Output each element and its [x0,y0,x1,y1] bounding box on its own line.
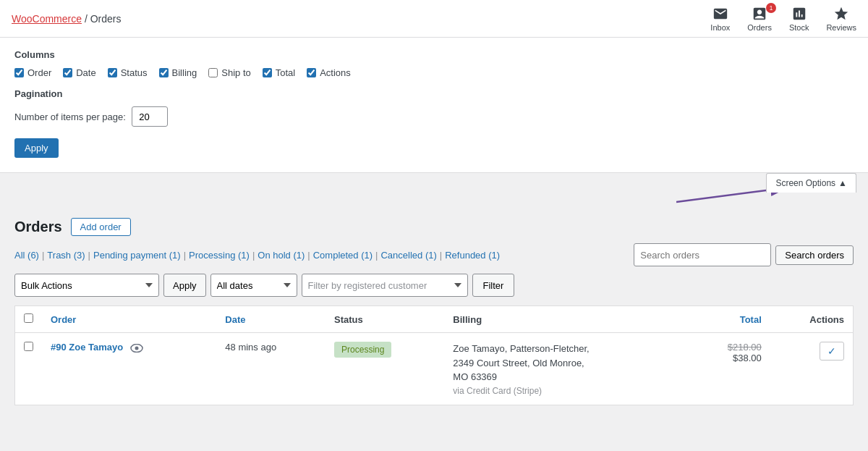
inbox-icon-item[interactable]: Inbox [710,6,730,32]
order-link[interactable]: #90 Zoe Tamayo [51,342,123,353]
topbar-icons: Inbox 1 Orders Stock Reviews [710,6,856,32]
filter-link-cancelled[interactable]: Cancelled (1) [380,250,436,261]
screen-options-toggle-label: Screen Options [775,178,835,188]
orders-title: Orders [14,219,62,235]
dates-filter-select[interactable]: All dates January 2024 December 2023 [210,274,297,297]
orders-badge: 1 [766,3,776,13]
row-actions-cell: ✓ [770,333,854,405]
row-checkbox[interactable] [24,342,33,351]
pagination-input[interactable] [132,106,168,127]
billing-street: 2349 Court Street, Old Monroe, [453,358,584,368]
reviews-icon [833,6,849,22]
filter-link-trash[interactable]: Trash (3) [47,250,85,261]
filter-link-refunded[interactable]: Refunded (1) [445,250,500,261]
col-header-billing: Billing [444,306,689,333]
filter-links-row: All (6) | Trash (3) | Pending payment (1… [14,243,854,266]
col-actions-input[interactable] [307,68,316,77]
col-total-checkbox[interactable]: Total [263,67,295,78]
row-date: 48 mins ago [225,342,276,353]
screen-options-toggle-button[interactable]: Screen Options ▲ [766,173,856,193]
filter-link-all[interactable]: All (6) [14,250,39,261]
row-order-cell: #90 Zoe Tamayo [42,333,216,405]
orders-icon [752,6,767,22]
eye-icon[interactable] [130,342,143,353]
reviews-label: Reviews [826,23,856,32]
col-billing-checkbox[interactable]: Billing [159,67,197,78]
main-content: Orders Add order All (6) | Trash (3) | P… [0,209,868,426]
bulk-actions-bar: Bulk Actions Apply All dates January 202… [14,274,854,297]
screen-options-apply-button[interactable]: Apply [14,138,59,158]
col-header-check [15,306,43,333]
columns-title: Columns [14,49,854,60]
filter-links-left: All (6) | Trash (3) | Pending payment (1… [14,250,500,261]
total-current: $38.00 [697,353,762,363]
col-header-date[interactable]: Date [216,306,326,333]
search-orders-input[interactable] [634,243,771,266]
row-date-cell: 48 mins ago [216,333,326,405]
screen-options-panel: Columns Order Date Status Billing Ship t… [0,38,868,173]
add-order-button[interactable]: Add order [71,218,131,236]
col-total-input[interactable] [263,68,272,77]
topbar: WooCommerce / Orders Inbox 1 Orders Stoc… [0,0,868,38]
billing-via: via Credit Card (Stripe) [453,386,680,396]
stock-icon [791,6,807,22]
filter-link-pending[interactable]: Pending payment (1) [93,250,181,261]
total-original: $218.00 [697,342,762,353]
row-status-cell: Processing [326,333,444,405]
col-header-actions: Actions [770,306,854,333]
reviews-icon-item[interactable]: Reviews [826,6,856,32]
pagination-title: Pagination [14,88,854,99]
orders-icon-item[interactable]: 1 Orders [747,6,772,32]
row-action-button[interactable]: ✓ [820,342,844,361]
col-date-checkbox[interactable]: Date [63,67,95,78]
orders-table: Order Date Status Billing Total Actions … [14,305,854,405]
row-billing-cell: Zoe Tamayo, Patterson-Fletcher, 2349 Cou… [444,333,689,405]
filter-link-onhold[interactable]: On hold (1) [258,250,305,261]
filter-link-processing[interactable]: Processing (1) [189,250,250,261]
status-badge: Processing [334,342,391,358]
table-row: #90 Zoe Tamayo 48 mins ago Processing [15,333,854,405]
col-header-total[interactable]: Total [689,306,770,333]
filter-button[interactable]: Filter [472,274,515,297]
orders-header: Orders Add order [14,218,854,236]
col-order-input[interactable] [14,68,24,77]
breadcrumb: WooCommerce / Orders [12,13,121,25]
col-shipto-input[interactable] [208,68,218,77]
bulk-apply-button[interactable]: Apply [163,274,206,297]
row-checkbox-cell [15,333,43,405]
orders-label: Orders [747,23,772,32]
col-actions-checkbox[interactable]: Actions [307,67,351,78]
bulk-actions-select[interactable]: Bulk Actions [14,274,159,297]
billing-city: MO 63369 [453,371,497,382]
svg-point-3 [135,346,138,350]
table-header-row: Order Date Status Billing Total Actions [15,306,854,333]
col-billing-input[interactable] [159,68,169,77]
customer-filter-select[interactable]: Filter by registered customer [302,274,468,297]
columns-row: Order Date Status Billing Ship to Total … [14,67,854,78]
woocommerce-link[interactable]: WooCommerce [12,13,82,25]
search-orders-button[interactable]: Search orders [775,245,854,265]
filter-link-completed[interactable]: Completed (1) [313,250,373,261]
billing-info: Zoe Tamayo, Patterson-Fletcher, 2349 Cou… [453,342,680,384]
pagination-label: Number of items per page: [14,111,126,122]
screen-options-arrow-icon: ▲ [838,178,847,188]
col-status-checkbox[interactable]: Status [108,67,148,78]
stock-label: Stock [789,23,809,32]
pagination-row: Number of items per page: [14,106,854,127]
inbox-icon [712,6,728,22]
select-all-checkbox[interactable] [24,313,33,323]
col-date-input[interactable] [63,68,72,77]
col-shipto-checkbox[interactable]: Ship to [208,67,250,78]
row-total-cell: $218.00 $38.00 [689,333,770,405]
filter-links-right: Search orders [634,243,854,266]
billing-name: Zoe Tamayo, Patterson-Fletcher, [453,343,589,354]
col-status-input[interactable] [108,68,117,77]
inbox-label: Inbox [710,23,730,32]
stock-icon-item[interactable]: Stock [789,6,809,32]
col-header-order[interactable]: Order [42,306,216,333]
col-order-checkbox[interactable]: Order [14,67,51,78]
col-header-status: Status [326,306,444,333]
